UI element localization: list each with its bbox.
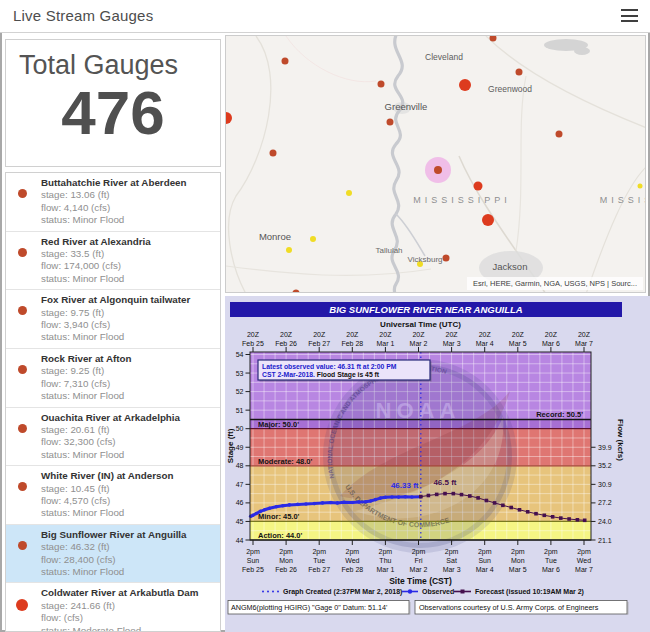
gauge-detail: flow: (cfs) (41, 612, 214, 624)
gauge-detail: stage: 33.5 (ft) (41, 248, 214, 260)
map-gauge-dot[interactable] (434, 166, 442, 174)
gauge-detail: stage: 13.06 (ft) (41, 189, 214, 201)
svg-text:2pm: 2pm (279, 548, 293, 556)
gauge-detail: stage: 10.45 (ft) (41, 483, 214, 495)
gauge-status-dot (18, 248, 27, 257)
svg-text:Mar 6: Mar 6 (542, 340, 560, 347)
gauge-name: Buttahatchie River at Aberdeen (41, 177, 214, 189)
svg-text:2pm: 2pm (312, 548, 326, 556)
svg-text:2pm: 2pm (577, 548, 591, 556)
svg-text:Action: 44.0': Action: 44.0' (258, 531, 303, 540)
svg-text:20Z: 20Z (479, 331, 492, 338)
svg-text:Record: 50.5': Record: 50.5' (536, 410, 583, 419)
gauge-name: Rock River at Afton (41, 353, 214, 365)
svg-text:20Z: 20Z (545, 331, 558, 338)
svg-text:Mar 5: Mar 5 (509, 566, 527, 573)
svg-text:Mar 2: Mar 2 (410, 340, 428, 347)
svg-text:20Z: 20Z (313, 331, 326, 338)
total-gauges-card: Total Gauges 476 (5, 39, 221, 167)
svg-text:20Z: 20Z (280, 331, 293, 338)
svg-text:Feb 25: Feb 25 (242, 340, 264, 347)
svg-text:Mar 1: Mar 1 (376, 340, 394, 347)
map-gauge-dot[interactable] (387, 119, 394, 126)
gauge-status-dot (18, 306, 27, 315)
svg-text:2pm: 2pm (478, 548, 492, 556)
gauge-status-dot (18, 482, 27, 491)
gauge-status-dot (18, 424, 27, 433)
gauge-list-item[interactable]: Rock River at Aftonstage: 9.25 (ft)flow:… (6, 349, 220, 408)
svg-text:46: 46 (236, 499, 244, 506)
top-axis-title: Universal Time (UTC) (380, 320, 461, 329)
page-title: Live Stream Gauges (13, 7, 153, 24)
svg-text:35.2: 35.2 (598, 462, 612, 469)
map-panel[interactable]: ClevelandGreenwoodGreenvilleMISSISSIPPIM… (225, 35, 646, 293)
bottom-axis-title: Site Time (CST) (389, 576, 452, 586)
map-gauge-dot[interactable] (638, 184, 643, 189)
gauge-detail: status: Minor Flood (41, 214, 214, 226)
latest-observed-info-box: Latest observed value: 46.31 ft at 2:00 … (258, 360, 432, 382)
map-gauge-dot[interactable] (378, 81, 385, 88)
svg-text:Mar 3: Mar 3 (443, 340, 461, 347)
gauge-detail: flow: 3,940 (cfs) (41, 319, 214, 331)
svg-text:2pm: 2pm (345, 548, 359, 556)
map-gauge-dot[interactable] (270, 150, 277, 157)
svg-text:Mar 4: Mar 4 (476, 340, 494, 347)
map-gauge-dot[interactable] (293, 290, 300, 294)
svg-text:20Z: 20Z (247, 331, 260, 338)
gauge-list-item[interactable]: Coldwater River at Arkabutla Damstage: 2… (6, 583, 220, 632)
chart-legend: Graph Created (2:37PM Mar 2, 2018)Observ… (262, 588, 584, 596)
gauge-list-item[interactable]: Fox River at Algonquin tailwaterstage: 9… (6, 290, 220, 349)
gauge-status-dot (18, 365, 27, 374)
svg-text:Mon: Mon (511, 557, 525, 564)
noaa-watermark: NOAA NATIONAL OCEANIC AND ATMOSPHERIC AD… (326, 364, 512, 548)
gauge-status-dot (16, 599, 28, 611)
map-gauge-dot[interactable] (482, 214, 494, 226)
svg-text:Feb 28: Feb 28 (341, 340, 363, 347)
svg-text:2pm: 2pm (445, 548, 459, 556)
total-gauges-value: 476 (6, 81, 220, 145)
svg-text:Moderate: 48.0': Moderate: 48.0' (258, 457, 313, 466)
map-gauge-dot[interactable] (459, 79, 471, 91)
gauge-detail: stage: 9.25 (ft) (41, 365, 214, 377)
map-gauge-dot[interactable] (474, 182, 483, 191)
map-gauge-dot[interactable] (282, 58, 289, 65)
gauge-list-item[interactable]: White River (IN) at Andersonstage: 10.45… (6, 466, 220, 525)
gauge-list-item[interactable]: Red River at Alexandriastage: 33.5 (ft)f… (6, 232, 220, 291)
map-gauge-dot[interactable] (556, 131, 563, 138)
gauge-detail: stage: 46.32 (ft) (41, 541, 214, 553)
svg-text:Feb 27: Feb 27 (308, 340, 330, 347)
svg-text:20Z: 20Z (578, 331, 591, 338)
map-gauge-dot[interactable] (286, 247, 292, 253)
gauge-detail: flow: 32,300 (cfs) (41, 436, 214, 448)
svg-text:48: 48 (236, 462, 244, 469)
gauge-status-dot (18, 541, 27, 550)
svg-text:53: 53 (236, 370, 244, 377)
svg-text:Mar 7: Mar 7 (575, 340, 593, 347)
map-gauge-dot[interactable] (443, 255, 450, 262)
gauge-list: Buttahatchie River at Aberdeenstage: 13.… (5, 172, 221, 632)
svg-text:Mon: Mon (279, 557, 293, 564)
svg-text:30.9: 30.9 (598, 481, 612, 488)
map-gauge-dot[interactable] (310, 236, 316, 242)
map-gauge-dot[interactable] (417, 261, 423, 267)
map-gauge-dot[interactable] (516, 69, 523, 76)
hamburger-menu-icon[interactable] (621, 9, 638, 23)
svg-text:Thu: Thu (379, 557, 391, 564)
right-axis-title: Flow (kcfs) (616, 419, 625, 461)
svg-text:Mar 7: Mar 7 (575, 566, 593, 573)
svg-text:44: 44 (236, 537, 244, 544)
svg-text:2pm: 2pm (379, 548, 393, 556)
svg-text:51: 51 (236, 407, 244, 414)
gauge-detail: status: Minor Flood (41, 566, 214, 578)
svg-text:Mar 4: Mar 4 (476, 566, 494, 573)
gauge-detail: stage: 241.66 (ft) (41, 600, 214, 612)
gauge-list-item[interactable]: Ouachita River at Arkadelphiastage: 20.6… (6, 408, 220, 467)
svg-text:46.33 ft: 46.33 ft (391, 481, 419, 490)
gauge-list-item[interactable]: Big Sunflower River at Anguillastage: 46… (6, 525, 220, 584)
gauge-detail: status: Minor Flood (41, 507, 214, 519)
map-gauge-dot[interactable] (346, 190, 352, 196)
svg-text:20Z: 20Z (346, 331, 359, 338)
gauge-name: Fox River at Algonquin tailwater (41, 294, 214, 306)
gauge-list-item[interactable]: Buttahatchie River at Aberdeenstage: 13.… (6, 173, 220, 232)
svg-text:Feb 26: Feb 26 (275, 340, 297, 347)
